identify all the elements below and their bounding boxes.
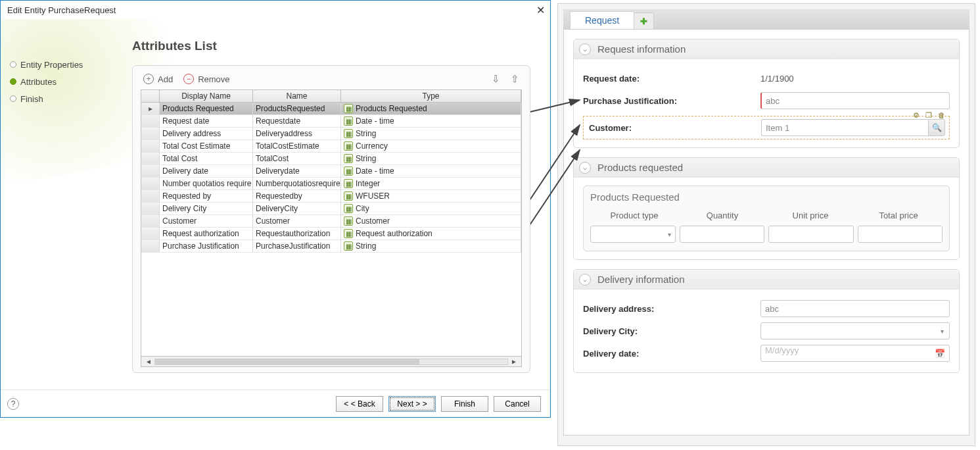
cell-type: ▦Currency xyxy=(341,140,521,153)
scroll-thumb[interactable] xyxy=(155,359,419,364)
cell-type: ▦String xyxy=(341,128,521,140)
finish-button[interactable]: Finish xyxy=(441,396,488,412)
delivery-address-input[interactable] xyxy=(760,300,950,317)
type-icon: ▦ xyxy=(344,241,353,251)
delivery-city-select[interactable] xyxy=(760,322,950,339)
total-price-input[interactable] xyxy=(858,226,943,243)
horizontal-scrollbar[interactable]: ◄ ► xyxy=(141,356,521,366)
table-row[interactable]: Request authorizationRequestauthorizatio… xyxy=(141,228,521,240)
step-entity-properties[interactable]: Entity Properties xyxy=(9,56,132,73)
dialog-footer: ? < < Back Next > > Finish Cancel xyxy=(1,389,550,417)
table-row[interactable]: CustomerCustomer▦Customer xyxy=(141,215,521,228)
cell-display-name: Request authorization xyxy=(160,228,253,240)
chevron-down-icon: ⌵ xyxy=(579,43,591,55)
search-icon[interactable]: 🔍 xyxy=(928,119,945,136)
remove-label: Remove xyxy=(198,74,229,84)
product-type-select[interactable] xyxy=(590,226,676,243)
add-button[interactable]: + Add xyxy=(141,72,175,86)
type-icon: ▦ xyxy=(344,229,353,238)
tab-strip: Request ✚ xyxy=(563,9,969,29)
move-up-button[interactable]: ⇧ xyxy=(508,73,522,85)
row-header-col xyxy=(141,90,160,102)
copy-icon[interactable]: ❐ xyxy=(923,110,934,120)
col-name[interactable]: Name xyxy=(253,90,341,102)
row-header xyxy=(141,203,160,215)
table-row[interactable]: Total Cost EstimateTotalCostEstimate▦Cur… xyxy=(141,140,521,153)
cell-display-name: Delivery address xyxy=(160,128,253,140)
group-header[interactable]: ⌵ Request information xyxy=(574,39,959,59)
row-header xyxy=(141,178,160,190)
remove-button[interactable]: − Remove xyxy=(181,72,232,86)
row-customer[interactable]: ⚙ ❐ 🗑 Customer: 🔍 xyxy=(583,116,950,139)
attributes-panel: + Add − Remove ⇩ ⇧ Display Name Na xyxy=(132,65,530,373)
unit-price-input[interactable] xyxy=(768,226,854,243)
quantity-input[interactable] xyxy=(680,226,765,243)
table-row[interactable]: Request dateRequestdate▦Date - time xyxy=(141,115,521,128)
cell-display-name: Customer xyxy=(160,215,253,228)
cell-display-name: Purchase Justification xyxy=(160,240,253,253)
request-date-value: 1/1/1900 xyxy=(760,74,950,84)
cell-name: TotalCostEstimate xyxy=(253,140,341,153)
scroll-left-icon[interactable]: ◄ xyxy=(145,358,152,365)
add-tab-button[interactable]: ✚ xyxy=(634,12,654,29)
type-icon: ▦ xyxy=(344,166,353,176)
cell-type: ▦Integer xyxy=(341,178,521,190)
col-display-name[interactable]: Display Name xyxy=(160,90,253,102)
type-icon: ▦ xyxy=(344,179,353,188)
justification-input[interactable] xyxy=(760,92,950,109)
trash-icon[interactable]: 🗑 xyxy=(936,110,946,120)
cell-name: Customer xyxy=(253,215,341,228)
step-label: Attributes xyxy=(20,77,57,87)
plus-icon: + xyxy=(143,74,154,84)
table-row[interactable]: Delivery addressDeliveryaddress▦String xyxy=(141,128,521,140)
cell-name: Requestauthorization xyxy=(253,228,341,240)
grid-body: ▸Products RequestedProductsRequested▦Pro… xyxy=(141,103,521,356)
cancel-button[interactable]: Cancel xyxy=(494,396,541,412)
group-delivery: ⌵ Delivery information Delivery address:… xyxy=(573,269,960,373)
table-row[interactable]: Delivery dateDeliverydate▦Date - time xyxy=(141,165,521,178)
col-quantity: Quantity xyxy=(678,208,766,223)
back-button[interactable]: < < Back xyxy=(336,396,383,412)
move-down-button[interactable]: ⇩ xyxy=(489,73,503,85)
cell-display-name: Requested by xyxy=(160,190,253,203)
type-icon: ▦ xyxy=(344,116,353,126)
chevron-down-icon: ⌵ xyxy=(579,274,591,286)
table-row[interactable]: Purchase JustificationPurchaseJustificat… xyxy=(141,240,521,253)
row-delivery-date: Delivery date: M/d/yyyy 📅 xyxy=(583,342,950,364)
dialog-title: Edit Entity PurchaseRequest xyxy=(7,5,116,15)
edit-entity-dialog: Edit Entity PurchaseRequest ✕ Entity Pro… xyxy=(0,0,551,418)
table-row[interactable]: Number quotatios requireNumberquotatiosr… xyxy=(141,178,521,190)
customer-input[interactable] xyxy=(761,119,928,136)
close-icon[interactable]: ✕ xyxy=(536,4,545,16)
table-row[interactable]: Total CostTotalCost▦String xyxy=(141,153,521,165)
table-row[interactable]: Delivery CityDeliveryCity▦City xyxy=(141,203,521,215)
col-type[interactable]: Type xyxy=(341,90,521,102)
gear-icon[interactable]: ⚙ xyxy=(911,110,922,120)
tab-request[interactable]: Request xyxy=(570,11,634,29)
scroll-track[interactable] xyxy=(154,359,508,365)
justification-label: Purchase Justification: xyxy=(583,96,760,106)
group-products: ⌵ Products requested Products Requested … xyxy=(573,157,960,260)
group-header[interactable]: ⌵ Delivery information xyxy=(574,270,959,289)
row-justification: Purchase Justification: xyxy=(583,89,950,112)
table-row[interactable]: ▸Products RequestedProductsRequested▦Pro… xyxy=(141,103,521,115)
help-icon[interactable]: ? xyxy=(7,398,19,410)
products-table-row xyxy=(590,226,943,243)
group-title: Products requested xyxy=(597,162,683,173)
step-finish[interactable]: Finish xyxy=(9,90,132,107)
next-button[interactable]: Next > > xyxy=(388,396,436,412)
table-row[interactable]: Requested byRequestedby▦WFUSER xyxy=(141,190,521,203)
type-icon: ▦ xyxy=(344,204,353,213)
customer-lookup: 🔍 xyxy=(761,119,945,136)
calendar-icon[interactable]: 📅 xyxy=(935,349,945,359)
col-product-type: Product type xyxy=(590,208,678,223)
group-header[interactable]: ⌵ Products requested xyxy=(574,158,959,178)
row-request-date: Request date: 1/1/1900 xyxy=(583,67,950,89)
cell-name: TotalCost xyxy=(253,153,341,165)
scroll-right-icon[interactable]: ► xyxy=(511,358,517,365)
step-dot-icon xyxy=(10,95,16,102)
col-total-price: Total price xyxy=(854,208,943,223)
delivery-date-input[interactable]: M/d/yyyy 📅 xyxy=(760,345,950,362)
step-attributes[interactable]: Attributes xyxy=(9,73,132,90)
step-dot-icon xyxy=(10,78,16,85)
